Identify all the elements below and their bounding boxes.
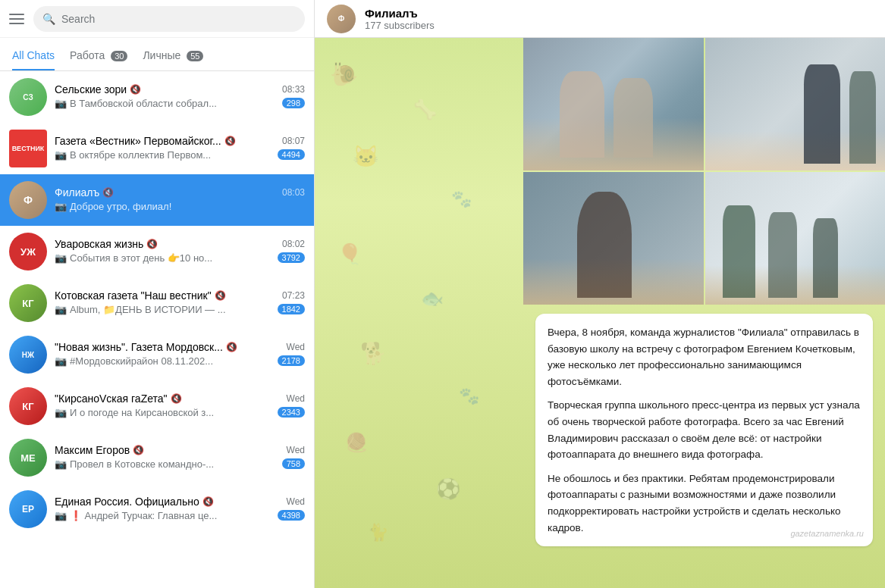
message-area: 🐌 🦴 🐱 🐾 🎈 🐟 🐕 🐾 🧶 ⚽ 🐈	[315, 38, 885, 588]
tab-all-chats[interactable]: All Chats	[12, 49, 55, 70]
unread-badge: 4494	[278, 149, 305, 160]
chat-preview: 📷 События в этот день 👉10 но...	[55, 252, 212, 264]
mute-icon: 🔇	[133, 445, 144, 455]
chat-preview: 📷 В Тамбовской области собрал...	[55, 98, 217, 109]
doodle-cat2-icon: 🐈	[368, 523, 388, 543]
channel-subscribers: 177 subscribers	[365, 20, 873, 31]
media-icon: 📷	[55, 458, 67, 470]
tab-personal[interactable]: Личные 55	[143, 49, 203, 70]
channel-name: Филиалъ	[365, 7, 873, 20]
message-bubble: Вчера, 8 ноября, команда журналистов "Фи…	[535, 314, 873, 546]
avatar: ЕР	[9, 490, 47, 528]
chat-item-kirsan[interactable]: КГ "КирсаноVская гаZета" 🔇 Wed 📷 И о пог…	[0, 380, 314, 432]
avatar: СЗ	[9, 78, 47, 116]
mute-icon: 🔇	[226, 342, 237, 352]
tab-work[interactable]: Работа 30	[70, 49, 127, 70]
media-icon: 📷	[55, 252, 67, 264]
doodle-ball-icon: ⚽	[436, 477, 460, 501]
left-panel: 🔍 Search All Chats Работа 30 Личные 55 С…	[0, 0, 315, 588]
chat-time: Wed	[287, 445, 305, 455]
photo-cell-1	[523, 38, 704, 170]
chat-item-filial[interactable]: Ф Филиалъ 🔇 08:03 📷 Доброе утро, филиал!	[0, 174, 314, 226]
chat-name: Сельские зори 🔇	[55, 83, 141, 95]
unread-badge: 2343	[278, 407, 305, 418]
doodle-snail-icon: 🐌	[330, 61, 358, 87]
chat-item-maxim[interactable]: МЕ Максим Егоров 🔇 Wed 📷 Провел в Котовс…	[0, 432, 314, 483]
menu-button[interactable]	[9, 11, 24, 27]
photo-cell-2	[705, 38, 886, 170]
photo-cell-3	[523, 172, 704, 305]
message-paragraph-2: Творческая группа школьного пресс-центра…	[548, 397, 861, 462]
media-icon: 📷	[55, 304, 67, 315]
chat-time: Wed	[287, 496, 305, 507]
media-icon: 📷	[55, 510, 67, 521]
chat-item-uvar[interactable]: УЖ Уваровская жизнь 🔇 08:02 📷 События в …	[0, 226, 314, 277]
chat-content: Филиалъ 🔇 08:03 📷 Доброе утро, филиал!	[55, 186, 305, 214]
chat-item-edinaya[interactable]: ЕР Единая Россия. Официально 🔇 Wed 📷 ❗ А…	[0, 483, 314, 535]
unread-badge: 4398	[278, 510, 305, 521]
avatar: Ф	[9, 181, 47, 219]
chat-name: "Новая жизнь". Газета Мордовск... 🔇	[55, 341, 237, 353]
chat-preview: 📷 ❗ Андрей Турчак: Главная це...	[55, 510, 217, 521]
chat-content: Газета «Вестник» Первомайског... 🔇 08:07…	[55, 135, 305, 163]
chat-content: "КирсаноVская гаZета" 🔇 Wed 📷 И о погоде…	[55, 393, 305, 421]
media-icon: 📷	[55, 355, 67, 367]
mute-icon: 🔇	[202, 496, 214, 507]
chat-item-selzori[interactable]: СЗ Сельские зори 🔇 08:33 📷 В Тамбовской …	[0, 71, 314, 123]
search-box[interactable]: 🔍 Search	[33, 6, 305, 32]
message-paragraph-1: Вчера, 8 ноября, команда журналистов "Фи…	[548, 324, 861, 389]
photo-grid	[523, 38, 885, 305]
chat-name: Газета «Вестник» Первомайског... 🔇	[55, 135, 236, 147]
mute-icon: 🔇	[215, 290, 226, 301]
channel-avatar: Ф	[327, 5, 356, 33]
doodle-fish-icon: 🐟	[421, 288, 444, 309]
chat-name: Котовская газета "Наш вестник" 🔇	[55, 289, 226, 302]
unread-badge: 3792	[278, 252, 305, 263]
channel-avatar-text: Ф	[338, 14, 345, 23]
doodle-balloon-icon: 🎈	[337, 242, 362, 266]
chat-content: Максим Егоров 🔇 Wed 📷 Провел в Котовске …	[55, 444, 305, 472]
doodle-area: 🐌 🦴 🐱 🐾 🎈 🐟 🐕 🐾 🧶 ⚽ 🐈	[315, 38, 523, 588]
personal-badge: 55	[187, 51, 203, 61]
avatar: УЖ	[9, 233, 47, 271]
avatar: КГ	[9, 284, 47, 322]
avatar: МЕ	[9, 439, 47, 477]
chat-preview: 📷 Провел в Котовске командно-...	[55, 458, 214, 470]
mute-icon: 🔇	[224, 136, 236, 146]
mute-icon: 🔇	[146, 239, 158, 249]
chat-content: Сельские зори 🔇 08:33 📷 В Тамбовской обл…	[55, 83, 305, 111]
chat-preview: 📷 И о погоде на Кирсановской з...	[55, 407, 214, 418]
chat-name: Уваровская жизнь 🔇	[55, 238, 158, 250]
chat-item-kotov[interactable]: КГ Котовская газета "Наш вестник" 🔇 07:2…	[0, 277, 314, 329]
chat-preview: 📷 В октябре коллектив Первом...	[55, 149, 211, 161]
doodle-paw2-icon: 🐾	[459, 386, 479, 406]
search-icon: 🔍	[42, 13, 55, 25]
channel-info: Филиалъ 177 subscribers	[365, 7, 873, 31]
chat-time: 08:33	[282, 84, 305, 95]
chat-time: 08:02	[282, 239, 305, 249]
right-panel: Ф Филиалъ 177 subscribers 🐌 🦴 🐱 🐾 🎈 🐟 🐕 …	[315, 0, 885, 588]
avatar: КГ	[9, 387, 47, 425]
chat-name: "КирсаноVская гаZета" 🔇	[55, 393, 182, 405]
chat-time: Wed	[287, 393, 305, 404]
media-icon: 📷	[55, 98, 67, 109]
chat-time: 07:23	[282, 290, 305, 301]
mute-icon: 🔇	[130, 84, 141, 95]
chat-content: Котовская газета "Наш вестник" 🔇 07:23 📷…	[55, 289, 305, 317]
chat-item-novaya[interactable]: НЖ "Новая жизнь". Газета Мордовск... 🔇 W…	[0, 329, 314, 380]
tabs-bar: All Chats Работа 30 Личные 55	[0, 38, 314, 71]
media-icon: 📷	[55, 201, 67, 212]
chat-preview: 📷 Album, 📁ДЕНЬ В ИСТОРИИ — ...	[55, 304, 226, 315]
doodle-dog-icon: 🐕	[360, 341, 387, 366]
chat-item-vestnik[interactable]: ВЕСТНИК Газета «Вестник» Первомайског...…	[0, 123, 314, 174]
work-badge: 30	[111, 51, 127, 61]
channel-header: Ф Филиалъ 177 subscribers	[315, 0, 885, 38]
avatar: НЖ	[9, 336, 47, 374]
chat-preview: 📷 Доброе утро, филиал!	[55, 201, 171, 212]
media-icon: 📷	[55, 149, 67, 161]
search-header: 🔍 Search	[0, 0, 314, 38]
chat-list: СЗ Сельские зори 🔇 08:33 📷 В Тамбовской …	[0, 71, 314, 588]
search-input[interactable]: Search	[61, 13, 95, 25]
doodle-bone-icon: 🦴	[413, 99, 437, 120]
message-paragraph-3: Не обошлось и без практики. Ребятам прод…	[548, 471, 861, 536]
